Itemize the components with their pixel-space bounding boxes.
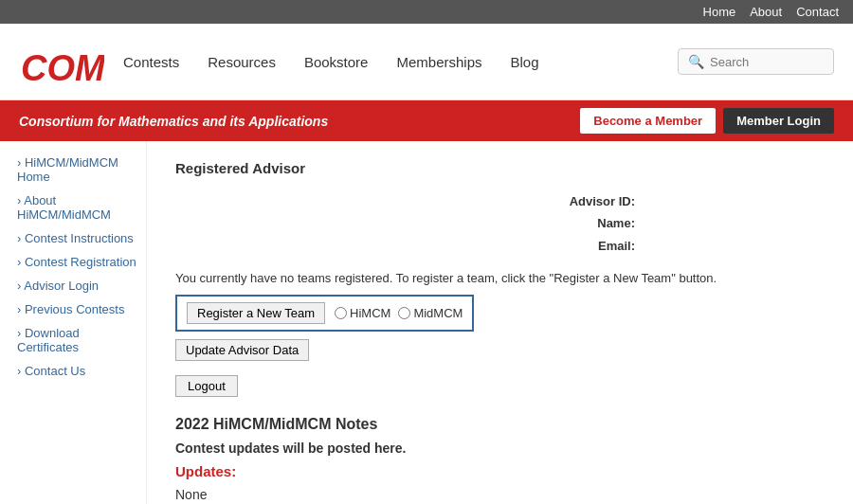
updates-label: Updates: [175, 463, 825, 479]
advisor-info: Advisor ID: Name: Email: [175, 190, 825, 257]
none-text: None [175, 487, 825, 502]
member-login-button[interactable]: Member Login [723, 108, 834, 134]
register-new-team-button[interactable]: Register a New Team [187, 302, 325, 324]
midmcm-radio[interactable] [398, 307, 410, 319]
sidebar-item-contest-instructions[interactable]: Contest Instructions [9, 231, 136, 245]
sidebar-item-previous-contests[interactable]: Previous Contests [9, 302, 136, 316]
name-label: Name: [175, 212, 635, 234]
search-icon: 🔍 [688, 54, 704, 69]
register-box: Register a New Team HiMCM MidMCM [175, 295, 474, 332]
logout-button[interactable]: Logout [175, 375, 238, 397]
himcm-radio[interactable] [335, 307, 347, 319]
midmcm-radio-item[interactable]: MidMCM [398, 306, 463, 320]
updates-subtitle: Contest updates will be posted here. [175, 441, 825, 456]
banner-buttons: Become a Member Member Login [580, 108, 834, 134]
sidebar-item-about-himcm[interactable]: About HiMCM/MidMCM [9, 193, 136, 222]
svg-text:COMAP: COMAP [21, 48, 104, 88]
email-label: Email: [175, 235, 635, 257]
main-content: Registered Advisor Advisor ID: Name: Ema… [147, 141, 853, 504]
nav-contests[interactable]: Contests [123, 54, 179, 70]
update-advisor-button[interactable]: Update Advisor Data [175, 339, 309, 361]
sidebar-item-contest-registration[interactable]: Contest Registration [9, 255, 136, 269]
registered-advisor-title: Registered Advisor [175, 160, 825, 176]
nav-memberships[interactable]: Memberships [396, 54, 481, 70]
become-member-button[interactable]: Become a Member [580, 108, 716, 134]
sidebar-item-advisor-login[interactable]: Advisor Login [9, 279, 136, 293]
red-banner: Consortium for Mathematics and its Appli… [0, 100, 853, 141]
notes-title: 2022 HiMCM/MidMCM Notes [175, 416, 825, 433]
top-bar-home[interactable]: Home [703, 5, 736, 19]
search-input[interactable] [710, 55, 824, 69]
midmcm-label: MidMCM [413, 306, 463, 320]
himcm-radio-item[interactable]: HiMCM [335, 306, 390, 320]
contest-type-radio-group: HiMCM MidMCM [335, 306, 463, 320]
top-bar: Home About Contact [0, 0, 853, 24]
update-advisor-section: Update Advisor Data [175, 339, 825, 361]
main-header: COMAP Contests Resources Bookstore Membe… [0, 24, 853, 100]
search-box[interactable]: 🔍 [678, 48, 834, 75]
main-nav: Contests Resources Bookstore Memberships… [123, 54, 659, 70]
advisor-id-label: Advisor ID: [175, 190, 635, 212]
no-teams-message: You currently have no teams registered. … [175, 271, 825, 285]
top-bar-contact[interactable]: Contact [796, 5, 839, 19]
sidebar-item-himcm-home[interactable]: HiMCM/MidMCM Home [9, 155, 136, 184]
nav-bookstore[interactable]: Bookstore [304, 54, 369, 70]
top-bar-about[interactable]: About [750, 5, 782, 19]
nav-blog[interactable]: Blog [510, 54, 538, 70]
sidebar-item-contact-us[interactable]: Contact Us [9, 364, 136, 378]
logo[interactable]: COMAP [19, 33, 104, 90]
banner-tagline: Consortium for Mathematics and its Appli… [19, 114, 328, 129]
logout-section: Logout [175, 375, 825, 397]
sidebar: HiMCM/MidMCM Home About HiMCM/MidMCM Con… [0, 141, 147, 504]
himcm-label: HiMCM [350, 306, 390, 320]
page-body: HiMCM/MidMCM Home About HiMCM/MidMCM Con… [0, 141, 853, 504]
nav-resources[interactable]: Resources [208, 54, 276, 70]
sidebar-item-download-certificates[interactable]: Download Certificates [9, 326, 136, 354]
